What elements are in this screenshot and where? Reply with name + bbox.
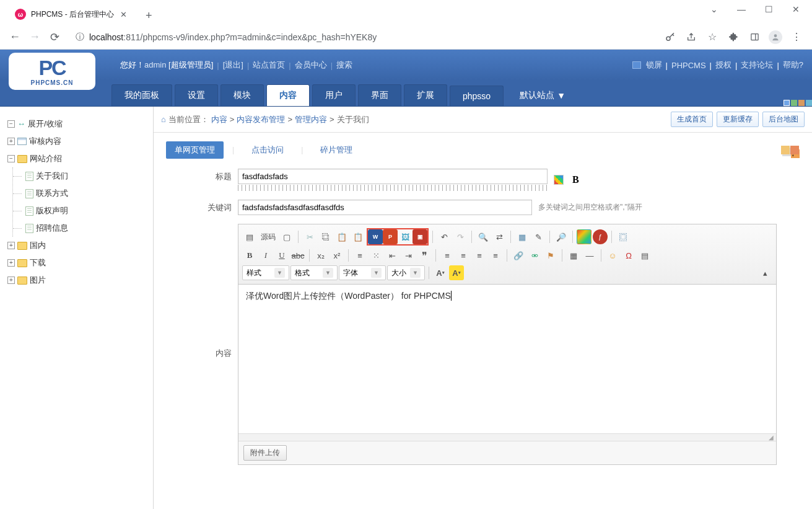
tree-site-intro[interactable]: −网站介绍 xyxy=(6,150,147,167)
forward-button[interactable]: → xyxy=(25,27,45,47)
window-dropdown-icon[interactable]: ⌄ xyxy=(701,0,728,19)
sitemap-button[interactable]: 后台地图 xyxy=(762,112,805,127)
paste-icon[interactable]: 📋 xyxy=(334,229,349,244)
bold-toggle[interactable]: B xyxy=(570,174,582,185)
tree-pictures[interactable]: +图片 xyxy=(6,272,147,289)
tree-audit[interactable]: +审核内容 xyxy=(6,133,147,150)
tree-recruit[interactable]: 招聘信息 xyxy=(24,219,147,237)
image-import-icon[interactable]: 🖼 xyxy=(398,229,413,244)
member-center-link[interactable]: 会员中心 xyxy=(295,60,327,71)
new-tab-button[interactable]: + xyxy=(141,7,157,25)
word-import-icon[interactable]: W xyxy=(368,229,383,244)
site-info-icon[interactable]: ⓘ xyxy=(76,32,84,43)
password-key-icon[interactable] xyxy=(660,27,681,47)
align-right-icon[interactable]: ≡ xyxy=(472,248,487,263)
back-button[interactable]: ← xyxy=(5,27,25,47)
zoom-icon[interactable]: 🔎 xyxy=(554,229,569,244)
site-home-link[interactable]: 站点首页 xyxy=(253,60,285,71)
editor-content[interactable]: 泽优Word图片上传控件（WordPaster） for PHPCMS xyxy=(238,285,776,433)
bold-icon[interactable]: B xyxy=(242,248,257,263)
strike-icon[interactable]: abc xyxy=(290,248,305,263)
undo-icon[interactable]: ↶ xyxy=(437,229,452,244)
template-icon[interactable]: ▤ xyxy=(637,248,652,263)
help-link[interactable]: 帮助? xyxy=(783,60,803,71)
find-icon[interactable]: 🔍 xyxy=(476,229,491,244)
forum-link[interactable]: 支持论坛 xyxy=(741,60,773,71)
unlink-icon[interactable]: ⚮ xyxy=(527,248,542,263)
tree-contact[interactable]: 联系方式 xyxy=(24,185,147,202)
profile-avatar[interactable] xyxy=(765,27,786,47)
tab-content[interactable]: 内容 xyxy=(266,84,310,106)
source-button[interactable]: 源码 xyxy=(258,232,278,242)
source-icon[interactable]: ▤ xyxy=(242,229,257,244)
subtab-visit[interactable]: 点击访问 xyxy=(243,141,292,159)
tree-copyright[interactable]: 版权声明 xyxy=(24,202,147,219)
keyword-input[interactable] xyxy=(238,200,532,215)
tree-expand-all[interactable]: −↔展开/收缩 xyxy=(6,115,147,133)
menu-dots-icon[interactable]: ⋮ xyxy=(786,27,807,47)
replace-icon[interactable]: ⇄ xyxy=(492,229,507,244)
update-cache-button[interactable]: 更新缓存 xyxy=(717,112,759,127)
size-select[interactable]: 大小▼ xyxy=(387,265,425,280)
selectall-icon[interactable]: ▦ xyxy=(515,229,530,244)
tab-my-panel[interactable]: 我的面板 xyxy=(111,84,172,106)
attach-upload-button[interactable]: 附件上传 xyxy=(243,445,287,461)
redo-icon[interactable]: ↷ xyxy=(453,229,468,244)
search-link[interactable]: 搜索 xyxy=(336,60,352,71)
tree-about[interactable]: 关于我们 xyxy=(24,167,147,185)
underline-icon[interactable]: U xyxy=(274,248,289,263)
tab-phpsso[interactable]: phpsso xyxy=(450,86,504,106)
home-icon[interactable]: ⌂ xyxy=(161,115,166,124)
italic-icon[interactable]: I xyxy=(258,248,273,263)
specialchar-icon[interactable]: Ω xyxy=(621,248,636,263)
share-icon[interactable] xyxy=(681,27,702,47)
gen-home-button[interactable]: 生成首页 xyxy=(671,112,713,127)
color-picker-icon[interactable] xyxy=(554,175,564,185)
fontcolor-icon[interactable]: A▾ xyxy=(433,265,448,280)
window-minimize-icon[interactable]: — xyxy=(728,0,755,19)
font-select[interactable]: 字体▼ xyxy=(339,265,386,280)
link-icon[interactable]: 🔗 xyxy=(511,248,526,263)
smiley-icon[interactable]: ☺ xyxy=(605,248,620,263)
layout-toggle[interactable] xyxy=(781,146,800,154)
style-select[interactable]: 样式▼ xyxy=(242,265,289,280)
logout-link[interactable]: [退出] xyxy=(223,60,243,71)
copy-icon[interactable]: ⿻ xyxy=(318,229,333,244)
align-justify-icon[interactable]: ≡ xyxy=(488,248,503,263)
bc-publish[interactable]: 内容发布管理 xyxy=(237,114,285,125)
pdf-import-icon[interactable]: ▣ xyxy=(413,229,427,244)
paste-word-icon[interactable]: 📋 xyxy=(351,229,365,244)
reload-button[interactable]: ⟳ xyxy=(45,27,64,47)
extensions-icon[interactable] xyxy=(723,27,744,47)
tab-ui[interactable]: 界面 xyxy=(358,84,401,106)
align-left-icon[interactable]: ≡ xyxy=(440,248,455,263)
bc-content[interactable]: 内容 xyxy=(211,114,227,125)
ppt-import-icon[interactable]: P xyxy=(383,229,398,244)
subscript-icon[interactable]: x₂ xyxy=(313,248,328,263)
tab-extensions[interactable]: 扩展 xyxy=(404,84,447,106)
superscript-icon[interactable]: x² xyxy=(330,248,344,263)
logo[interactable]: PC PHPCMS.CN xyxy=(9,53,95,90)
bgcolor-icon[interactable]: A▾ xyxy=(449,265,464,280)
tree-domestic[interactable]: +国内 xyxy=(6,237,147,254)
username-link[interactable]: admin xyxy=(144,60,166,69)
hr-icon[interactable]: — xyxy=(582,248,597,263)
editor-resize-handle[interactable]: ◢ xyxy=(238,433,776,441)
bullist-icon[interactable]: ⁙ xyxy=(369,248,383,263)
window-close-icon[interactable]: ✕ xyxy=(782,0,810,19)
outdent-icon[interactable]: ⇤ xyxy=(385,248,399,263)
theme-squares[interactable] xyxy=(784,100,812,106)
tab-close-icon[interactable]: ✕ xyxy=(120,10,127,19)
window-maximize-icon[interactable]: ☐ xyxy=(755,0,782,19)
subtab-page-manage[interactable]: 单网页管理 xyxy=(166,141,224,159)
table-icon[interactable]: ▦ xyxy=(566,248,581,263)
pagebreak-icon[interactable]: ⿴ xyxy=(616,229,631,244)
newpage-icon[interactable]: ▢ xyxy=(279,229,294,244)
flash-icon[interactable]: ƒ xyxy=(593,229,608,244)
url-field[interactable]: ⓘ localhost:811/phpcms-v9/index.php?m=ad… xyxy=(68,28,656,46)
lock-screen-link[interactable]: 锁屏 xyxy=(646,60,662,71)
tab-users[interactable]: 用户 xyxy=(312,84,356,106)
phpcms-link[interactable]: PHPCMS xyxy=(671,61,706,70)
site-selector[interactable]: 默认站点▼ xyxy=(517,85,568,106)
bc-manage[interactable]: 管理内容 xyxy=(295,114,327,125)
